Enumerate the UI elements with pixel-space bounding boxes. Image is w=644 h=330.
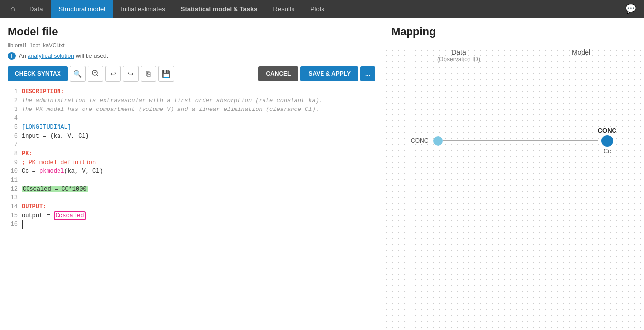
home-icon: ⌂ — [10, 4, 15, 13]
code-line-14: 14 OUTPUT: — [8, 202, 375, 211]
nav-tab-statistical-label: Statistical model & Tasks — [181, 5, 258, 13]
line-number-1: 1 — [8, 87, 22, 96]
line-number-8: 8 — [8, 149, 22, 158]
code-content-3: The PK model has one compartment (volume… — [22, 105, 375, 114]
code-content-10: Cc = pkmodel(ka, V, Cl) — [22, 167, 375, 176]
toolbar: CHECK SYNTAX 🔍 ↩ ↪ ⎘ — [8, 66, 375, 82]
code-line-10: 10 Cc = pkmodel(ka, V, Cl) — [8, 167, 375, 176]
line-number-6: 6 — [8, 132, 22, 140]
conn-right-top-label: CONC — [598, 127, 616, 134]
code-line-2: 2 The administration is extravascular wi… — [8, 96, 375, 105]
right-panel: Mapping Data (Observation ID) Model CONC… — [383, 18, 644, 330]
line-number-2: 2 — [8, 96, 22, 105]
nav-tab-structural-label: Structural model — [59, 5, 105, 13]
svg-line-2 — [97, 75, 98, 76]
code-content-15: output = Ccscaled — [22, 211, 375, 220]
copy-button[interactable]: ⎘ — [141, 66, 156, 82]
line-number-3: 3 — [8, 105, 22, 114]
save-file-button[interactable]: 💾 — [158, 66, 174, 82]
redo-button[interactable]: ↪ — [123, 66, 139, 82]
line-number-9: 9 — [8, 158, 22, 167]
code-content-12: CCscaled = CC*1000 — [22, 185, 375, 193]
nav-tab-structural[interactable]: Structural model — [51, 0, 113, 18]
line-number-14: 14 — [8, 202, 22, 211]
code-line-9: 9 ; PK model definition — [8, 158, 375, 167]
code-content-7 — [22, 140, 375, 149]
nav-tab-results-label: Results — [273, 5, 294, 13]
copy-icon: ⎘ — [146, 70, 150, 78]
code-line-3: 3 The PK model has one compartment (volu… — [8, 105, 375, 114]
info-bar: i An analytical solution will be used. — [8, 52, 375, 60]
nav-tab-plots[interactable]: Plots — [302, 0, 332, 18]
mapping-title: Mapping — [391, 26, 636, 38]
line-number-10: 10 — [8, 167, 22, 176]
info-text: An analytical solution will be used. — [19, 53, 108, 59]
code-line-7: 7 — [8, 140, 375, 149]
zoom-out-icon — [92, 70, 99, 78]
check-syntax-button[interactable]: CHECK SYNTAX — [8, 66, 68, 81]
file-path: lib:oral1_1cpt_kaVCl.txt — [8, 42, 375, 48]
line-number-13: 13 — [8, 193, 22, 202]
conn-line — [443, 140, 597, 141]
top-navigation: ⌂ Data Structural model Initial estimate… — [0, 0, 644, 18]
code-content-6: input = {ka, V, Cl} — [22, 132, 375, 140]
line-number-15: 15 — [8, 211, 22, 220]
panel-title: Model file — [8, 26, 375, 38]
code-content-1: DESCRIPTION: — [22, 87, 375, 96]
code-line-5: 5 [LONGITUDINAL] — [8, 123, 375, 132]
home-button[interactable]: ⌂ — [4, 0, 22, 18]
code-line-15: 15 output = Ccscaled — [8, 211, 375, 220]
code-content-14: OUTPUT: — [22, 202, 375, 211]
nav-tab-data[interactable]: Data — [22, 0, 51, 18]
code-content-2: The administration is extravascular with… — [22, 96, 375, 105]
line-number-5: 5 — [8, 123, 22, 132]
code-line-8: 8 PK: — [8, 149, 375, 158]
line-number-12: 12 — [8, 185, 22, 193]
code-content-9: ; PK model definition — [22, 158, 375, 167]
nav-tab-initial[interactable]: Initial estimates — [113, 0, 173, 18]
main-layout: Model file lib:oral1_1cpt_kaVCl.txt i An… — [0, 18, 644, 330]
more-button[interactable]: ... — [360, 66, 375, 81]
undo-button[interactable]: ↩ — [105, 66, 121, 82]
nav-tab-results[interactable]: Results — [265, 0, 302, 18]
line-number-7: 7 — [8, 140, 22, 149]
code-content-5: [LONGITUDINAL] — [22, 123, 375, 132]
code-line-11: 11 — [8, 176, 375, 185]
info-icon: i — [8, 52, 16, 60]
toolbar-right: CANCEL SAVE & APPLY ... — [258, 66, 375, 81]
save-apply-button[interactable]: SAVE & APPLY — [300, 66, 358, 81]
line-number-4: 4 — [8, 114, 22, 123]
zoom-out-button[interactable] — [88, 66, 103, 82]
conn-right-bottom-label: Cc — [604, 148, 611, 155]
code-line-4: 4 — [8, 114, 375, 123]
nav-tab-data-label: Data — [29, 5, 43, 13]
conn-dot-right — [601, 135, 613, 147]
nav-tab-statistical[interactable]: Statistical model & Tasks — [173, 0, 265, 18]
nav-tab-plots-label: Plots — [310, 5, 324, 13]
line-number-11: 11 — [8, 176, 22, 185]
zoom-in-icon: 🔍 — [73, 70, 82, 78]
cancel-button[interactable]: CANCEL — [258, 66, 298, 81]
data-column-subtitle: (Observation ID) — [437, 56, 480, 63]
zoom-in-button[interactable]: 🔍 — [70, 66, 86, 82]
left-panel: Model file lib:oral1_1cpt_kaVCl.txt i An… — [0, 18, 383, 330]
analytical-solution-link[interactable]: analytical solution — [28, 53, 74, 59]
conn-left-label: CONC — [411, 138, 428, 144]
code-content-4 — [22, 114, 375, 123]
chat-icon[interactable]: 💬 — [625, 3, 636, 14]
undo-icon: ↩ — [110, 70, 116, 78]
line-number-16: 16 — [8, 220, 22, 229]
code-line-13: 13 — [8, 193, 375, 202]
code-line-12: 12 CCscaled = CC*1000 — [8, 185, 375, 193]
code-content-13 — [22, 193, 375, 202]
code-content-8: PK: — [22, 149, 375, 158]
code-content-16 — [22, 220, 375, 229]
model-column-title: Model — [572, 48, 590, 56]
nav-tab-initial-label: Initial estimates — [121, 5, 165, 13]
code-editor[interactable]: 1 DESCRIPTION: 2 The administration is e… — [8, 87, 375, 322]
code-line-6: 6 input = {ka, V, Cl} — [8, 132, 375, 140]
save-file-icon: 💾 — [162, 70, 170, 78]
code-content-11 — [22, 176, 375, 185]
redo-icon: ↪ — [128, 70, 134, 78]
code-line-16: 16 — [8, 220, 375, 229]
